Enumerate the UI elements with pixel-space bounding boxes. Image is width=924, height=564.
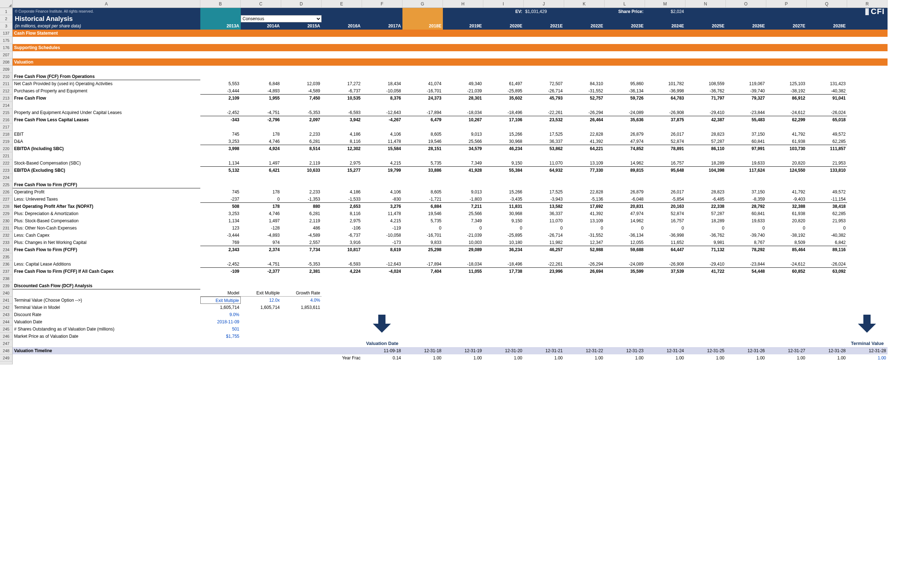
row-head[interactable]: 209 [0,66,13,73]
data-cell: 11,652 [645,239,686,246]
row-head[interactable] [0,362,13,364]
row-head[interactable]: 238 [0,275,13,282]
row-head[interactable]: 212 [0,87,13,94]
row-head[interactable]: 246 [0,333,13,340]
year-frac-value: 1.00 [726,354,766,362]
row-head[interactable]: 208 [0,58,13,66]
col-head[interactable]: J [524,0,564,8]
row-head[interactable]: 247 [0,340,13,347]
row-head[interactable]: 228 [0,203,13,210]
row-head[interactable]: 211 [0,80,13,87]
blank [322,37,362,44]
row-head[interactable]: 223 [0,167,13,174]
data-cell: -12,643 [362,261,402,268]
blank [604,51,645,58]
col-head[interactable]: G [402,0,443,8]
row-head[interactable]: 176 [0,44,13,51]
col-head[interactable]: B [200,0,241,8]
row-head[interactable]: 1 [0,8,13,15]
blank [645,174,686,181]
dcf-value[interactable]: Exit Multiple [200,297,241,304]
row-head[interactable]: 2 [0,15,13,22]
col-head[interactable]: H [443,0,483,8]
row-head[interactable]: 221 [0,152,13,159]
blank [483,326,524,333]
col-head[interactable]: O [726,0,766,8]
hdr-cell [200,15,241,22]
year-header: 2017A [362,22,402,30]
row-head[interactable]: 236 [0,261,13,268]
blank [766,73,807,80]
hdr-cell [847,22,888,30]
row-head[interactable]: 239 [0,282,13,290]
col-head[interactable]: P [766,0,807,8]
row-head[interactable]: 235 [0,254,13,261]
row-head[interactable]: 226 [0,188,13,196]
year-frac-value: 1.00 [564,354,604,362]
row-head[interactable]: 215 [0,109,13,116]
data-cell: 9,150 [483,159,524,167]
row-head[interactable]: 227 [0,196,13,203]
col-head[interactable]: L [604,0,645,8]
blank [483,123,524,130]
blank [807,37,847,44]
col-head[interactable]: D [281,0,322,8]
data-cell: 5,553 [200,80,241,87]
row-head[interactable]: 219 [0,138,13,145]
row-head[interactable]: 217 [0,123,13,130]
col-head[interactable]: I [483,0,524,8]
row-head[interactable]: 225 [0,181,13,188]
row-head[interactable]: 232 [0,232,13,239]
hdr-cell [726,8,766,15]
col-head[interactable]: F [362,0,402,8]
row-head[interactable]: 229 [0,210,13,217]
row-head[interactable]: 234 [0,246,13,254]
col-head[interactable]: C [241,0,281,8]
row-head[interactable]: 233 [0,239,13,246]
row-head[interactable]: 237 [0,268,13,275]
blank [524,340,564,347]
dcf-value [281,318,322,326]
col-head[interactable]: A [13,0,200,8]
col-head[interactable]: Q [807,0,847,8]
col-head[interactable]: M [645,0,686,8]
row-head[interactable]: 175 [0,37,13,44]
blank [483,290,524,297]
row-head[interactable]: 245 [0,326,13,333]
col-head[interactable]: N [686,0,726,8]
row-head[interactable]: 249 [0,354,13,362]
data-cell: 57,287 [686,210,726,217]
row-head[interactable]: 243 [0,311,13,318]
col-head[interactable]: E [322,0,362,8]
row-head[interactable]: 137 [0,30,13,37]
row-head[interactable]: 242 [0,304,13,311]
blank [807,152,847,159]
scenario-dropdown[interactable]: Consensus [241,15,322,22]
row-head[interactable]: 207 [0,51,13,58]
row-head[interactable]: 218 [0,130,13,138]
row-head[interactable]: 3 [0,22,13,30]
row-head[interactable]: 244 [0,318,13,326]
row-head[interactable]: 240 [0,290,13,297]
blank [402,326,443,333]
row-head[interactable]: 214 [0,102,13,109]
data-cell: 974 [241,239,281,246]
row-head[interactable]: 231 [0,225,13,232]
row-head[interactable]: 210 [0,73,13,80]
row-head[interactable]: 216 [0,116,13,123]
row-head[interactable]: 220 [0,145,13,152]
row-head[interactable]: 222 [0,159,13,167]
row-head[interactable]: 230 [0,217,13,225]
row-head[interactable]: 248 [0,347,13,354]
data-cell: 4,106 [362,188,402,196]
row-head[interactable]: 241 [0,297,13,304]
blank [645,102,686,109]
row-head[interactable]: 213 [0,94,13,102]
col-head[interactable]: R [847,0,888,8]
row-head[interactable]: 224 [0,174,13,181]
blank [726,123,766,130]
select-all-corner[interactable] [0,0,13,8]
col-head[interactable]: K [564,0,604,8]
blank [847,217,888,225]
blank [807,51,847,58]
